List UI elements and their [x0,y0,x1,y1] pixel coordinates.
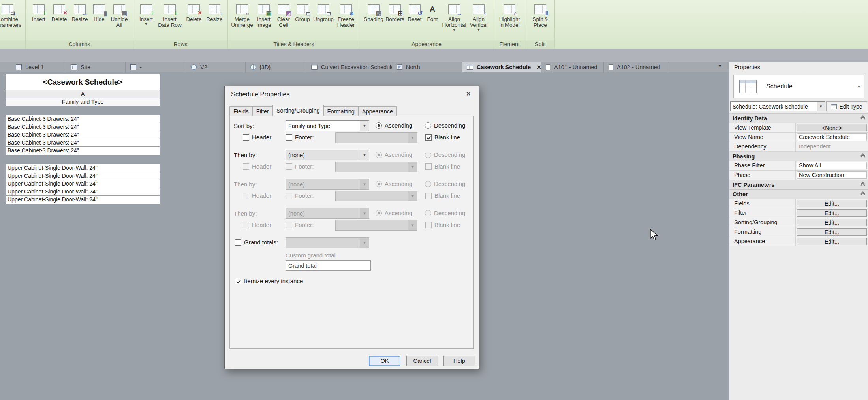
sort-by-combobox[interactable]: Family and Type [286,120,369,131]
clear-cell-button[interactable]: Clear Cell [274,1,293,28]
table-row[interactable]: Base Cabinet-3 Drawers: 24" [6,131,160,139]
checkbox [425,222,432,228]
insert-image-button[interactable]: Insert Image [254,1,274,28]
view-tab-v2[interactable]: V2 [186,62,246,72]
highlight-in-model-button[interactable]: Highlight in Model [496,1,523,28]
table-row[interactable]: Base Cabinet-3 Drawers: 24" [6,123,160,131]
fields-edit-button[interactable]: Edit... [797,200,867,207]
align-horizontal-button[interactable]: Align Horizontal ▾ [441,1,467,32]
resize-row-button[interactable]: Resize [204,1,225,22]
grand-total-title-input[interactable]: Grand total [286,260,371,271]
delete-row-label: Delete [186,16,201,22]
element-selector-combobox[interactable]: Schedule: Casework Schedule [730,101,825,111]
ok-button[interactable]: OK [369,356,400,366]
view-tab-3d[interactable]: {3D} [246,62,306,72]
reset-button[interactable]: Reset [406,1,424,22]
formatting-edit-button[interactable]: Edit... [797,228,867,236]
collapse-chevrons-icon[interactable] [860,154,865,159]
phase-filter-field[interactable]: Show All [797,162,867,169]
dialog-title: Schedule Properties [231,90,290,98]
phase-field[interactable]: New Construction [797,171,867,179]
font-button[interactable]: Font [424,1,441,22]
view-tab-culvert-schedule[interactable]: Culvert Escavation Schedule [306,62,392,72]
tab-formatting[interactable]: Formatting [323,106,359,116]
tab-filter[interactable]: Filter [252,106,273,116]
help-button[interactable]: Help [443,356,475,366]
property-label: Appearance [729,237,796,246]
tab-fields[interactable]: Fields [229,106,253,116]
hide-column-button[interactable]: Hide [90,1,108,22]
chevron-down-icon [408,191,417,201]
properties-panel: Properties Schedule Schedule: Casework S… [729,62,868,400]
section-identity-data[interactable]: Identity Data [729,114,868,123]
header-checkbox-3: Header [243,192,271,199]
filter-edit-button[interactable]: Edit... [797,209,867,217]
table-row[interactable]: Base Cabinet-3 Drawers: 24" [6,115,160,123]
schedule-column-letter[interactable]: A [6,90,160,98]
table-row[interactable]: Upper Cabinet-Single Door-Wall: 24" [6,196,160,204]
tab-appearance[interactable]: Appearance [358,106,397,116]
footer-checkbox-1[interactable]: Footer: [286,134,314,141]
schedule-column-header[interactable]: Family and Type [6,98,160,106]
sorting-grouping-edit-button[interactable]: Edit... [797,219,867,226]
blank-line-checkbox-1[interactable]: Blank line [425,134,460,141]
collapse-chevrons-icon[interactable] [860,192,865,197]
schedule-title[interactable]: <Casework Schedule> [6,74,160,90]
view-tab-casework-schedule[interactable]: Casework Schedule [462,62,541,72]
view-tab-a102[interactable]: A102 - Unnamed [604,62,667,72]
section-header-label: IFC Parameters [733,182,774,188]
chevron-down-icon[interactable] [858,84,860,89]
close-icon[interactable] [534,64,541,70]
ascending-radio-1[interactable]: Ascending [376,122,412,129]
view-template-button[interactable]: <None> [797,124,867,131]
appearance-edit-button[interactable]: Edit... [797,238,867,245]
insert-column-button[interactable]: Insert [28,1,49,22]
merge-unmerge-button[interactable]: Merge Unmerge [231,1,254,28]
type-selector[interactable]: Schedule [733,75,864,98]
insert-row-button[interactable]: Insert ▾ [136,1,156,26]
header-checkbox-1[interactable]: Header [243,134,271,141]
view-name-field[interactable]: Casework Schedule [797,133,867,141]
group-button[interactable]: Group [293,1,312,22]
resize-column-button[interactable]: Resize [70,1,90,22]
unhide-all-button[interactable]: Unhide All [108,1,130,28]
table-row[interactable]: Base Cabinet-3 Drawers: 24" [6,147,160,155]
view-tab-site[interactable]: Site [66,62,126,72]
tab-sorting-grouping[interactable]: Sorting/Grouping [272,105,324,116]
table-row[interactable]: Upper Cabinet-Single Door-Wall: 24" [6,172,160,180]
collapse-chevrons-icon[interactable] [860,182,865,187]
split-and-place-button[interactable]: Split & Place [529,1,552,28]
align-vertical-button[interactable]: Align Vertical ▾ [467,1,490,32]
table-row[interactable]: Upper Cabinet-Single Door-Wall: 24" [6,164,160,172]
descending-radio-1[interactable]: Descending [425,122,465,129]
ungroup-button[interactable]: Ungroup [312,1,335,22]
freeze-header-button[interactable]: Freeze Header [335,1,357,28]
tab-overflow-chevron-icon[interactable] [719,63,721,69]
section-ifc-parameters[interactable]: IFC Parameters [729,180,868,190]
borders-button[interactable]: Borders [384,1,406,22]
shading-button[interactable]: Shading [363,1,384,22]
edit-type-button[interactable]: Edit Type [826,101,867,111]
section-other[interactable]: Other [729,190,868,199]
delete-row-button[interactable]: Delete [184,1,204,22]
blank-line-label: Blank line [434,163,460,170]
collapse-chevrons-icon[interactable] [860,116,865,121]
then-by-combobox-1[interactable]: (none) [286,150,369,160]
table-row[interactable]: Upper Cabinet-Single Door-Wall: 24" [6,188,160,196]
view-tab-unnamed[interactable]: - [126,62,186,72]
delete-column-button[interactable]: Delete [49,1,70,22]
descending-radio-4: Descending [425,210,465,216]
view-tab-a101[interactable]: A101 - Unnamed [541,62,604,72]
combine-parameters-button[interactable]: Combine Parameters [0,1,23,28]
table-row[interactable]: Upper Cabinet-Single Door-Wall: 24" [6,180,160,188]
view-tab-level-1[interactable]: Level 1 [11,62,66,72]
insert-data-row-button[interactable]: Insert Data Row [156,1,184,28]
close-icon[interactable] [462,89,475,99]
section-phasing[interactable]: Phasing [729,152,868,161]
view-tab-north[interactable]: North [392,62,462,72]
grand-totals-checkbox[interactable]: Grand totals: [235,239,278,246]
itemize-every-instance-checkbox[interactable]: Itemize every instance [235,278,303,284]
ribbon-group-titles-headers: Merge Unmerge Insert Image Clear Cell Gr… [228,0,360,49]
cancel-button[interactable]: Cancel [406,356,438,366]
table-row[interactable]: Base Cabinet-3 Drawers: 24" [6,139,160,147]
